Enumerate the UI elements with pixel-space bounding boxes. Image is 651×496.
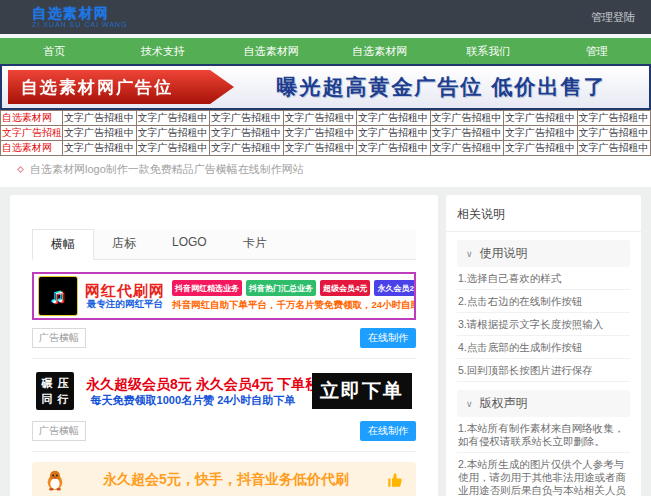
main-content: 横幅 店标 LOGO 卡片 ♫ 网红代刷网 最专注的网红平台 抖音网红精选业务 … <box>0 187 651 496</box>
banner-preview-douyin[interactable]: ♫ 网红代刷网 最专注的网红平台 抖音网红精选业务 抖音热门汇总业务 超级会员4… <box>32 272 416 320</box>
nav-item-home[interactable]: 首页 <box>0 38 109 64</box>
text-ad-cell[interactable]: 文字广告招租中 <box>63 126 137 141</box>
pill-label: 抖音热门汇总业务 <box>246 280 316 296</box>
diamond-icon <box>17 166 24 173</box>
banner3-text: 永久超会5元，快手，抖音业务低价代刷 <box>76 471 376 489</box>
banner-preview-order[interactable]: 碾 压 同 行 永久超级会员8元 永久会员4元 下单秒刷 每天免费领取1000名… <box>32 369 416 413</box>
banner1-tagline: 抖音网红自助下单平台，千万名片赞免费领取，24小时自助下单！ <box>172 299 410 312</box>
pill-label: 抖音网红精选业务 <box>172 280 242 296</box>
text-ad-row: 自选素材网文字广告招租中文字广告招租中文字广告招租中文字广告招租中文字广告招租中… <box>1 141 651 156</box>
tab-banner[interactable]: 横幅 <box>32 229 94 260</box>
text-ad-cell[interactable]: 自选素材网 <box>1 111 63 126</box>
nav-item-material-2[interactable]: 自选素材网 <box>326 38 435 64</box>
banner1-meta: 广告横幅 在线制作 <box>32 328 416 348</box>
text-ad-cell[interactable]: 文字广告招租中 <box>63 141 137 156</box>
section-label: 版权声明 <box>480 395 528 412</box>
tab-shop-logo[interactable]: 店标 <box>94 229 154 259</box>
text-ad-cell[interactable]: 文字广告招租中 <box>136 141 210 156</box>
usage-step: 4.点击底部的生成制作按钮 <box>457 336 630 359</box>
logo-char: 同 <box>42 392 53 407</box>
usage-step: 5.回到顶部长按图片进行保存 <box>457 359 630 382</box>
tab-logo[interactable]: LOGO <box>154 229 225 259</box>
text-ad-cell[interactable]: 文字广告招租中 <box>357 126 431 141</box>
banner1-detail: 抖音网红精选业务 抖音热门汇总业务 超级会员4元 永久会员2元 抖音网红自助下单… <box>172 280 410 312</box>
order-now-cta: 立即下单 <box>312 373 412 409</box>
top-header: 自选素材网 ZI XUAN SU CAI WANG 管理登陆 <box>0 0 651 34</box>
text-ad-cell[interactable]: 自选素材网 <box>1 141 63 156</box>
banner-type-chip: 广告横幅 <box>32 421 86 441</box>
online-make-button[interactable]: 在线制作 <box>360 328 416 348</box>
chevron-down-icon: ∨ <box>466 249 473 259</box>
info-sidebar: 相关说明 ∨ 使用说明 1.选择自己喜欢的样式 2.点击右边的在线制作按钮 3.… <box>446 195 641 496</box>
banner1-title: 网红代刷网 <box>85 282 165 299</box>
banner1-pills: 抖音网红精选业务 抖音热门汇总业务 超级会员4元 永久会员2元 <box>172 280 410 296</box>
list-divider <box>32 451 416 452</box>
text-ad-cell[interactable]: 文字广告招租中 <box>357 111 431 126</box>
text-ad-cell[interactable]: 文字广告招租中 <box>430 126 504 141</box>
text-ad-cell[interactable]: 文字广告招租中 <box>210 111 284 126</box>
text-ad-table: 自选素材网文字广告招租中文字广告招租中文字广告招租中文字广告招租中文字广告招租中… <box>0 110 651 156</box>
text-ad-cell[interactable]: 文字广告招租中 <box>63 111 137 126</box>
nav-item-manage[interactable]: 管理 <box>543 38 651 64</box>
text-ad-cell[interactable]: 文字广告招租中 <box>504 111 578 126</box>
text-ad-cell[interactable]: 文字广告招租中 <box>577 141 651 156</box>
section-label: 使用说明 <box>480 245 528 262</box>
text-ad-cell[interactable]: 文字广告招租中 <box>283 111 357 126</box>
main-nav: 首页 技术支持 自选素材网 自选素材网 联系我们 管理 <box>0 38 651 64</box>
banner1-titles: 网红代刷网 最专注的网红平台 <box>85 282 165 310</box>
qq-penguin-icon <box>44 469 66 491</box>
text-ad-cell[interactable]: 文字广告招租中 <box>577 126 651 141</box>
banner1-subtitle: 最专注的网红平台 <box>87 299 163 310</box>
text-ad-cell[interactable]: 文字广告招租中 <box>504 126 578 141</box>
text-ad-cell[interactable]: 文字广告招租中 <box>283 141 357 156</box>
crush-rivals-logo: 碾 压 同 行 <box>36 372 74 410</box>
text-ad-cell[interactable]: 文字广告招租中 <box>210 126 284 141</box>
text-ad-cell[interactable]: 文字广告招租中 <box>430 111 504 126</box>
category-tabs: 横幅 店标 LOGO 卡片 <box>32 229 416 260</box>
banner2-meta: 广告横幅 在线制作 <box>32 421 416 441</box>
logo-char: 压 <box>58 376 69 391</box>
admin-login-link[interactable]: 管理登陆 <box>591 10 635 25</box>
text-ad-table-body: 自选素材网文字广告招租中文字广告招租中文字广告招租中文字广告招租中文字广告招租中… <box>1 111 651 156</box>
tiktok-logo-icon: ♫ <box>38 276 78 316</box>
logo-char: 碾 <box>42 376 53 391</box>
text-ad-cell[interactable]: 文字广告招租中 <box>1 126 63 141</box>
usage-step: 2.点击右边的在线制作按钮 <box>457 290 630 313</box>
banner-type-chip: 广告横幅 <box>32 328 86 348</box>
promo-ribbon: 自选素材网广告位 <box>8 70 234 104</box>
text-ad-cell[interactable]: 文字广告招租中 <box>136 111 210 126</box>
promo-ad-banner[interactable]: 自选素材网广告位 曝光超高黄金广告位 低价出售了 <box>0 64 651 110</box>
chevron-down-icon: ∨ <box>466 399 473 409</box>
section-copyright[interactable]: ∨ 版权声明 <box>457 390 630 417</box>
text-ad-cell[interactable]: 文字广告招租中 <box>210 141 284 156</box>
section-usage-notes[interactable]: ∨ 使用说明 <box>457 240 630 267</box>
promo-headline: 曝光超高黄金广告位 低价出售了 <box>234 73 649 101</box>
notice-link[interactable]: 自选素材网logo制作一款免费精品广告横幅在线制作网站 <box>30 162 304 177</box>
nav-item-contact[interactable]: 联系我们 <box>434 38 543 64</box>
copyright-note: 2.本站所生成的图片仅供个人参考与使用，请勿用于其他非法用途或者商业用途否则后果… <box>457 453 630 496</box>
text-ad-row: 自选素材网文字广告招租中文字广告招租中文字广告招租中文字广告招租中文字广告招租中… <box>1 111 651 126</box>
text-ad-cell[interactable]: 文字广告招租中 <box>504 141 578 156</box>
banner-list-panel: 横幅 店标 LOGO 卡片 ♫ 网红代刷网 最专注的网红平台 抖音网红精选业务 … <box>10 195 438 496</box>
banner-preview-kuaishou[interactable]: 永久超会5元，快手，抖音业务低价代刷 <box>32 462 416 496</box>
usage-step: 3.请根据提示文字长度按照输入 <box>457 313 630 336</box>
text-ad-cell[interactable]: 文字广告招租中 <box>577 111 651 126</box>
text-ad-cell[interactable]: 文字广告招租中 <box>283 126 357 141</box>
banner2-text: 永久超级会员8元 永久会员4元 下单秒刷 每天免费领取1000名片赞 24小时自… <box>86 375 300 407</box>
usage-step: 1.选择自己喜欢的样式 <box>457 267 630 290</box>
text-ad-cell[interactable]: 文字广告招租中 <box>430 141 504 156</box>
pill-label: 超级会员4元 <box>320 280 370 296</box>
site-logo[interactable]: 自选素材网 ZI XUAN SU CAI WANG <box>32 6 127 28</box>
notice-bar: 自选素材网logo制作一款免费精品广告横幅在线制作网站 <box>0 156 651 187</box>
logo-char: 行 <box>58 392 69 407</box>
logo-title: 自选素材网 <box>32 6 127 21</box>
logo-subtitle: ZI XUAN SU CAI WANG <box>32 21 127 28</box>
copyright-note: 1.本站所有制作素材来自网络收集，如有侵权请联系站长立即删除。 <box>457 417 630 453</box>
tab-card[interactable]: 卡片 <box>225 229 285 259</box>
text-ad-cell[interactable]: 文字广告招租中 <box>136 126 210 141</box>
list-divider <box>32 358 416 359</box>
text-ad-cell[interactable]: 文字广告招租中 <box>357 141 431 156</box>
nav-item-support[interactable]: 技术支持 <box>109 38 218 64</box>
online-make-button[interactable]: 在线制作 <box>360 421 416 441</box>
nav-item-material-1[interactable]: 自选素材网 <box>217 38 326 64</box>
